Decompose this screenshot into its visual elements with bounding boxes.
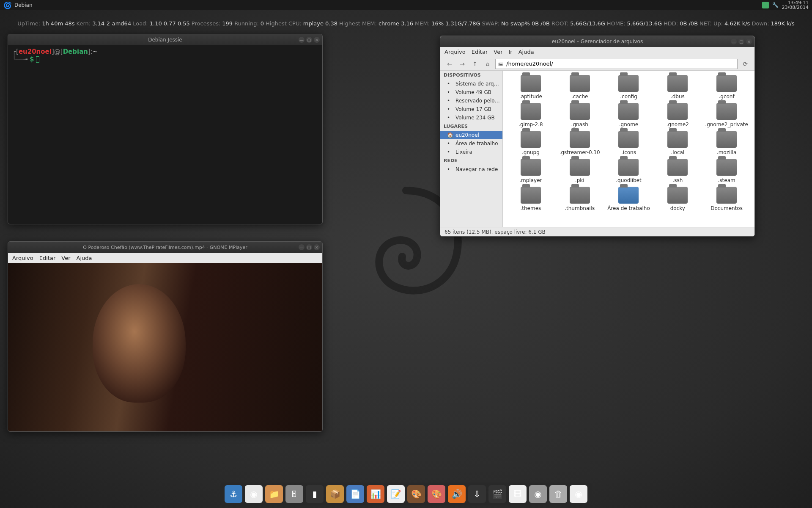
terminal-window[interactable]: Debian Jessie — ▢ ✕ ┌[eu20noel]@[Debian]… [8,34,323,224]
folder-item[interactable]: .ssh [654,159,701,183]
menu-ajuda[interactable]: Ajuda [518,49,534,55]
menu-ajuda[interactable]: Ajuda [77,255,92,261]
close-button[interactable]: ✕ [314,37,320,43]
folder-label: .cache [556,94,604,99]
close-button[interactable]: ✕ [314,244,320,250]
menu-arquivo[interactable]: Arquivo [12,255,33,261]
folder-icon [570,159,590,176]
sidebar-item[interactable]: 🏠eu20noel [440,131,502,139]
folder-item[interactable]: .local [654,131,701,155]
folder-label: Área de trabalho [605,205,653,211]
menu-ir[interactable]: Ir [509,49,513,55]
file-manager-window[interactable]: eu20noel - Gerenciador de arquivos — ▢ ✕… [440,36,755,237]
menu-ver[interactable]: Ver [494,49,502,55]
dock-app-rhythmbox[interactable]: 🔊 [448,485,466,503]
path-input[interactable]: 🖴 /home/eu20noel/ [495,59,738,69]
folder-item[interactable]: .gnome2 [654,103,701,127]
sidebar-item[interactable]: •Navegar na rede [440,165,502,174]
dock-app-archive[interactable]: 📦 [326,485,344,503]
dock-app-gimp[interactable]: 🎨 [407,485,425,503]
terminal-titlebar[interactable]: Debian Jessie — ▢ ✕ [8,34,322,45]
minimize-button[interactable]: — [299,244,304,250]
up-button[interactable]: ↑ [470,59,480,69]
folder-item[interactable]: .mplayer [507,159,554,183]
dock-app-writer[interactable]: 📄 [346,485,364,503]
sidebar-item[interactable]: •Volume 49 GB [440,88,502,97]
folder-label: .gnash [556,121,604,127]
minimize-button[interactable]: — [731,39,737,44]
dock-app-notes[interactable]: 📝 [387,485,405,503]
folder-item[interactable]: Documentos [703,187,750,211]
back-button[interactable]: ← [444,59,455,69]
place-icon: • [447,81,453,87]
menu-editar[interactable]: Editar [472,49,488,55]
folder-item[interactable]: .icons [605,131,653,155]
mplayer-titlebar[interactable]: O Poderoso Chefão (www.ThePirateFilmes.c… [8,242,322,253]
maximize-button[interactable]: ▢ [306,37,312,43]
folder-item[interactable]: .mozilla [703,131,750,155]
dock-app-anchor[interactable]: ⚓ [225,485,242,503]
sidebar-item[interactable]: •Lixeira [440,148,502,156]
folder-item[interactable]: .gconf [703,75,750,99]
folder-item[interactable]: .aptitude [507,75,554,99]
wrench-icon[interactable]: 🔧 [772,2,779,8]
tray-icon[interactable] [762,2,769,8]
menu-editar[interactable]: Editar [39,255,56,261]
folder-item[interactable]: .gnash [556,103,604,127]
sidebar-item[interactable]: •Sistema de arq… [440,80,502,88]
folder-item[interactable]: .themes [507,187,554,211]
folder-item[interactable]: .dbus [654,75,701,99]
distro-label[interactable]: Debian [14,2,33,8]
folder-item[interactable]: .steam [703,159,750,183]
sidebar-item[interactable]: •Volume 234 GB [440,113,502,122]
dock-app-trash[interactable]: 🗑 [549,485,567,503]
folder-item[interactable]: .gnupg [507,131,554,155]
maximize-button[interactable]: ▢ [738,39,744,44]
mplayer-window[interactable]: O Poderoso Chefão (www.ThePirateFilmes.c… [8,241,323,432]
dock-app-video[interactable]: 🎬 [488,485,506,503]
folder-item[interactable]: .gnome [605,103,653,127]
close-button[interactable]: ✕ [746,39,752,44]
folder-item[interactable]: Área de trabalho [605,187,653,211]
fm-statusbar: 65 itens (12,5 MB), espaço livre: 6,1 GB [440,227,754,236]
folder-icon [667,187,688,204]
folder-label: .aptitude [507,94,554,99]
folder-item[interactable]: .pki [556,159,604,183]
dock-app-palette[interactable]: 🎨 [428,485,445,503]
dock-app-mixer[interactable]: 🎚 [285,485,303,503]
folder-item[interactable]: .quodlibet [605,159,653,183]
fm-iconview[interactable]: .aptitude.cache.config.dbus.gconf.gimp-2… [503,71,754,227]
sidebar-item[interactable]: •Área de trabalho [440,139,502,148]
dock-app-steam[interactable]: ◉ [529,485,547,503]
forward-button[interactable]: → [457,59,467,69]
maximize-button[interactable]: ▢ [306,244,312,250]
folder-item[interactable]: .gimp-2.8 [507,103,554,127]
dock-app-chrome[interactable]: ◉ [245,485,263,503]
cursor-icon [36,56,39,63]
folder-item[interactable]: .gstreamer-0.10 [556,131,604,155]
dock-app-terminal[interactable]: ▮ [306,485,324,503]
video-area[interactable] [8,263,322,431]
dock-app-impress[interactable]: 📊 [367,485,384,503]
sidebar-item[interactable]: •Volume 17 GB [440,105,502,113]
dock-app-transmission[interactable]: ⇩ [468,485,486,503]
folder-icon [716,187,737,204]
dock-app-files[interactable]: 📁 [265,485,283,503]
menu-arquivo[interactable]: Arquivo [444,49,466,55]
clock[interactable]: 13:49:11 23/08/2014 [782,0,809,10]
folder-item[interactable]: .cache [556,75,604,99]
terminal-body[interactable]: ┌[eu20noel]@[Debian]:~ └──╼ $ [8,45,322,224]
menu-ver[interactable]: Ver [61,255,70,261]
refresh-button[interactable]: ⟳ [740,59,750,69]
fm-titlebar[interactable]: eu20noel - Gerenciador de arquivos — ▢ ✕ [440,36,754,47]
sidebar-item[interactable]: •Reservado pelo… [440,97,502,105]
dock-app-chromium[interactable]: ◉ [570,485,587,503]
folder-label: .gnome2 [654,121,701,127]
dock-app-clip[interactable]: 🎞 [509,485,527,503]
home-button[interactable]: ⌂ [483,59,493,69]
folder-item[interactable]: .config [605,75,653,99]
folder-item[interactable]: .thumbnails [556,187,604,211]
minimize-button[interactable]: — [299,37,304,43]
folder-item[interactable]: docky [654,187,701,211]
folder-item[interactable]: .gnome2_private [703,103,750,127]
